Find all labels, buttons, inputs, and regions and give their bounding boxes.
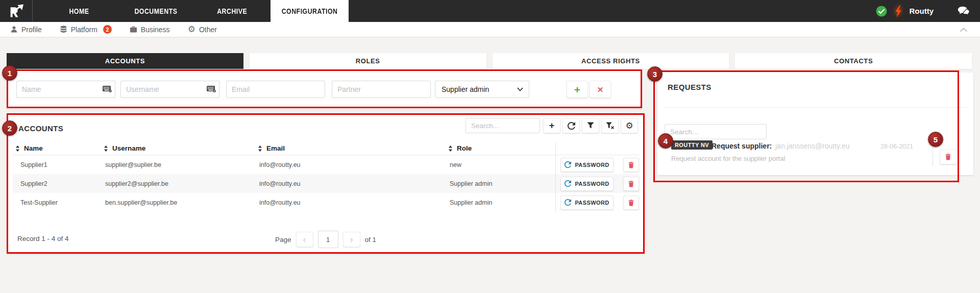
cell-name: Supplier1 <box>13 161 104 168</box>
accounts-table-header: Name Username Email Role <box>13 142 640 155</box>
nav-home[interactable]: HOME <box>41 0 117 22</box>
partner-input[interactable] <box>332 81 431 98</box>
routty-logo[interactable] <box>0 0 33 22</box>
chevron-down-icon <box>517 87 523 91</box>
accounts-panel-title: ACCOUNTS <box>18 124 63 133</box>
tab-contacts[interactable]: CONTACTS <box>735 53 972 69</box>
tab-roles[interactable]: ROLES <box>250 53 486 69</box>
username-input[interactable] <box>120 81 219 98</box>
trash-icon <box>628 161 634 168</box>
request-email: jan.janssens@routty.eu <box>775 142 849 150</box>
cell-username: supplier@suplier.be <box>104 161 258 168</box>
nav-configuration[interactable]: CONFIGURATION <box>271 0 349 22</box>
previous-page-button[interactable]: ‹ <box>296 232 313 247</box>
requests-panel-title: REQUESTS <box>668 83 712 91</box>
nav-archive[interactable]: ARCHIVE <box>194 0 271 22</box>
collapse-chevron-up-icon[interactable] <box>960 28 968 32</box>
nav-documents[interactable]: DOCUMENTS <box>117 0 194 22</box>
bolt-icon <box>895 5 902 17</box>
table-clear-filter-button[interactable] <box>601 118 619 133</box>
topbar-right-cluster: Routty <box>876 0 970 22</box>
delete-request-button[interactable] <box>940 149 957 164</box>
table-refresh-button[interactable] <box>562 118 580 133</box>
tab-access-rights[interactable]: ACCESS RIGHTS <box>493 53 729 69</box>
name-input[interactable] <box>16 81 115 98</box>
table-row: Test-Supplier ben.supplier@supplier.be i… <box>13 193 640 212</box>
column-header-role[interactable]: Role <box>448 144 555 152</box>
gear-icon: ⚙ <box>188 25 195 34</box>
email-input[interactable] <box>226 81 325 98</box>
subnav-profile-label: Profile <box>21 26 42 34</box>
reset-password-button[interactable]: PASSWORD <box>560 158 614 172</box>
top-navigation-bar: HOME DOCUMENTS ARCHIVE CONFIGURATION Rou… <box>0 0 980 22</box>
filter-icon <box>587 122 594 129</box>
page-of-text: of 1 <box>365 236 377 243</box>
subnav-item-other[interactable]: ⚙ Other <box>188 25 217 34</box>
nav-documents-label: DOCUMENTS <box>134 7 177 15</box>
gear-icon: ⚙ <box>625 121 633 130</box>
requests-search-input[interactable] <box>665 124 767 139</box>
table-settings-button[interactable]: ⚙ <box>621 118 638 133</box>
keyboard-icon[interactable] <box>207 85 216 92</box>
delete-account-button[interactable] <box>623 177 639 191</box>
column-header-actions <box>555 142 640 155</box>
chevron-left-icon: ‹ <box>303 234 306 245</box>
pagination: Page ‹ › of 1 <box>275 231 376 248</box>
sort-icon <box>258 145 262 152</box>
cell-role: new <box>448 161 555 168</box>
cell-email: info@routty.eu <box>258 199 448 206</box>
subnav-item-profile[interactable]: Profile <box>10 26 42 34</box>
cell-username: supplier2@supplier.be <box>104 180 258 187</box>
next-page-button[interactable]: › <box>343 232 360 247</box>
accounts-search-input[interactable] <box>465 118 540 133</box>
sort-icon <box>448 145 453 152</box>
add-account-button[interactable]: + <box>567 81 588 98</box>
sort-icon <box>104 145 108 152</box>
page-number-input[interactable] <box>318 231 338 248</box>
database-icon <box>60 26 67 33</box>
keyboard-icon[interactable] <box>103 85 112 92</box>
subnav-item-business[interactable]: Business <box>130 26 170 34</box>
column-header-email[interactable]: Email <box>258 144 448 152</box>
sort-icon <box>15 145 20 152</box>
nav-home-label: HOME <box>69 7 89 15</box>
annotation-badge-3: 3 <box>647 66 663 82</box>
briefcase-icon <box>130 26 137 33</box>
clear-form-button[interactable]: ✕ <box>590 81 611 98</box>
table-add-button[interactable]: + <box>543 118 560 133</box>
delete-account-button[interactable] <box>623 158 639 172</box>
delete-account-button[interactable] <box>623 196 639 210</box>
messages-icon[interactable] <box>958 6 970 16</box>
cell-name: Supplier2 <box>13 180 104 187</box>
organization-name[interactable]: Routty <box>910 7 934 15</box>
cell-email: info@routty.eu <box>258 180 448 187</box>
reset-password-button[interactable]: PASSWORD <box>560 196 614 210</box>
annotation-badge-2: 2 <box>2 120 17 136</box>
platform-count-badge: 2 <box>103 25 112 34</box>
nav-configuration-label: CONFIGURATION <box>282 7 338 15</box>
trash-icon <box>628 199 634 206</box>
subnav-other-label: Other <box>199 26 217 34</box>
reset-password-button[interactable]: PASSWORD <box>560 177 614 191</box>
page-label: Page <box>275 236 291 243</box>
cell-role: Supplier admin <box>448 199 555 206</box>
column-header-username[interactable]: Username <box>104 144 258 152</box>
subnav-item-platform[interactable]: Platform 2 <box>60 25 112 34</box>
cell-name: Test-Supplier <box>13 199 104 206</box>
configuration-tabs: ACCOUNTS ROLES ACCESS RIGHTS CONTACTS <box>7 53 972 69</box>
org-tag-badge: ROUTTY NV <box>671 140 713 150</box>
status-check-icon <box>876 6 887 17</box>
chevron-right-icon: › <box>350 234 353 245</box>
role-select[interactable]: Supplier admin <box>435 81 529 98</box>
record-count-text: Record 1 - 4 of 4 <box>17 235 69 242</box>
request-description: Request account for the supplier portal <box>671 155 785 162</box>
trash-icon <box>628 180 634 187</box>
plus-icon: + <box>549 121 555 130</box>
refresh-icon <box>565 199 571 206</box>
table-row: Supplier1 supplier@suplier.be info@routt… <box>13 155 640 174</box>
column-header-name[interactable]: Name <box>13 144 104 152</box>
table-filter-button[interactable] <box>582 118 599 133</box>
refresh-icon <box>565 161 571 168</box>
tab-accounts[interactable]: ACCOUNTS <box>7 53 243 69</box>
role-select-value: Supplier admin <box>442 85 489 93</box>
